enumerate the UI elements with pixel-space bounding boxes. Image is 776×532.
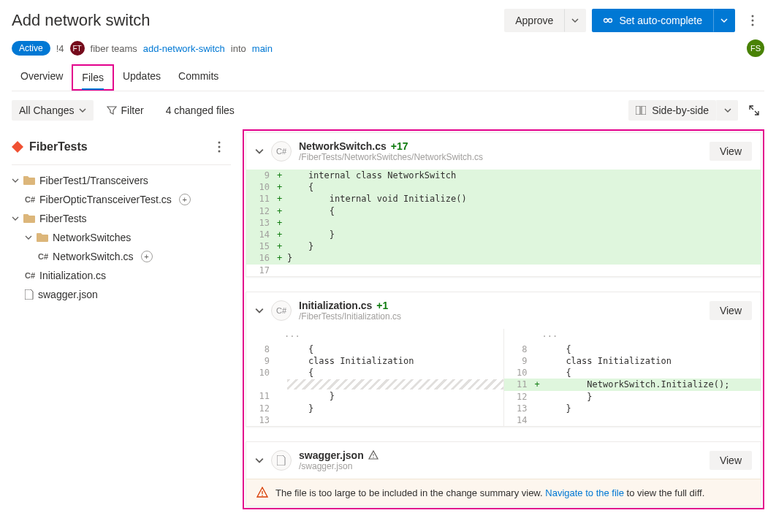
view-file-button[interactable]: View (710, 451, 752, 470)
file-card: C# Initialization.cs +1 /FiberTests/Init… (246, 292, 761, 428)
code-line: 16+} (246, 252, 761, 264)
added-count: +17 (391, 140, 408, 152)
side-by-side-icon (636, 106, 646, 115)
code-line: 9+ internal class NetworkSwitch (246, 170, 761, 181)
svg-point-4 (752, 24, 754, 26)
csharp-icon: C# (38, 252, 48, 261)
view-mode-chevron[interactable] (716, 100, 738, 121)
code-line: 11 } (246, 390, 503, 402)
view-file-button[interactable]: View (710, 301, 752, 320)
folder-icon (23, 213, 35, 224)
approve-dropdown[interactable] (564, 9, 586, 32)
tab-updates[interactable]: Updates (114, 64, 170, 91)
tree-file[interactable]: C# NetworkSwitch.cs + (12, 247, 231, 266)
code-line: 8 { (246, 343, 503, 355)
collapse-file-button[interactable] (255, 456, 264, 465)
set-autocomplete-button[interactable]: Set auto-complete (592, 9, 713, 32)
code-line: 9 class Initialization (504, 355, 761, 367)
skipped-lines (246, 379, 503, 390)
view-mode-label: Side-by-side (652, 104, 709, 116)
file-card: swagger.json /swagger.json View The file… (246, 441, 761, 506)
svg-point-9 (218, 151, 221, 153)
chevron-down-icon (79, 107, 86, 114)
file-icon (25, 289, 34, 300)
more-actions-button[interactable] (741, 9, 764, 32)
target-branch-link[interactable]: main (252, 43, 273, 54)
svg-point-1 (609, 19, 612, 23)
code-line: 9 class Initialization (246, 355, 503, 367)
code-line: 11+ NetworkSwitch.Initialize(); (504, 379, 761, 390)
chevron-down-icon (724, 107, 731, 114)
csharp-icon: C# (25, 271, 35, 280)
all-changes-dropdown[interactable]: All Changes (12, 100, 94, 121)
warning-bar: The file is too large to be included in … (246, 479, 761, 506)
tree-folder[interactable]: NetworkSwitches (12, 228, 231, 247)
warning-icon (368, 450, 379, 460)
svg-point-0 (604, 19, 608, 23)
code-line: 14+ } (246, 229, 761, 240)
added-indicator-icon: + (179, 194, 191, 205)
autocomplete-dropdown[interactable] (713, 9, 735, 32)
into-label: into (231, 43, 246, 54)
team-avatar: FT (70, 41, 85, 56)
warning-text: The file is too large to be included in … (275, 487, 545, 498)
tree-folder[interactable]: FiberTests (12, 209, 231, 228)
svg-point-8 (218, 146, 221, 148)
svg-rect-6 (642, 106, 646, 115)
diff-pane: C# NetworkSwitch.cs +17 /FiberTests/Netw… (243, 129, 764, 509)
tree-label: swagger.json (38, 289, 98, 300)
warning-text: to view the full diff. (624, 487, 704, 498)
navigate-to-file-link[interactable]: Navigate to the file (545, 487, 624, 498)
collapse-file-button[interactable] (255, 147, 264, 156)
hunk-marker: ··· (246, 329, 503, 343)
pr-id: !4 (56, 43, 64, 54)
hunk-marker: ··· (504, 329, 761, 343)
tab-commits[interactable]: Commits (170, 64, 227, 91)
code-line: 12+ { (246, 205, 761, 217)
file-card: C# NetworkSwitch.cs +17 /FiberTests/Netw… (246, 132, 761, 277)
tree-file[interactable]: C# FiberOpticTransceiverTest.cs + (12, 190, 231, 209)
file-path: /FiberTests/NetworkSwitches/NetworkSwitc… (299, 152, 702, 162)
team-name: fiber teams (91, 43, 137, 54)
page-title: Add network switch (12, 11, 151, 30)
source-branch-link[interactable]: add-network-switch (143, 43, 225, 54)
svg-point-11 (373, 457, 373, 457)
tree-label: Initialization.cs (39, 270, 106, 281)
more-vertical-icon (218, 141, 221, 153)
file-badge-icon (271, 450, 292, 471)
collapse-file-button[interactable] (255, 306, 264, 315)
user-avatar[interactable]: FS (747, 39, 764, 57)
view-file-button[interactable]: View (710, 142, 752, 161)
svg-point-2 (752, 15, 754, 18)
tab-overview[interactable]: Overview (12, 64, 72, 91)
folder-icon (37, 232, 48, 243)
svg-rect-5 (636, 106, 640, 115)
code-line: 17 (246, 265, 761, 276)
file-name[interactable]: swagger.json (299, 449, 364, 461)
changed-files-label: 4 changed files (166, 104, 235, 116)
tree-file[interactable]: swagger.json (12, 285, 231, 304)
filter-icon (107, 105, 117, 115)
autocomplete-icon (603, 15, 613, 26)
approve-button[interactable]: Approve (504, 9, 564, 32)
svg-point-13 (262, 495, 263, 496)
code-line: 12 } (246, 403, 503, 414)
code-line: 10 { (246, 367, 503, 379)
file-name[interactable]: Initialization.cs (299, 300, 372, 311)
filter-button[interactable]: Filter (99, 100, 151, 121)
tree-folder[interactable]: FiberTest1/Transceivers (12, 171, 231, 190)
more-vertical-icon (751, 15, 754, 26)
file-path: /FiberTests/Initialization.cs (299, 311, 702, 322)
code-line: 13 (246, 414, 503, 426)
warning-icon (256, 487, 268, 498)
tree-file[interactable]: C# Initialization.cs (12, 266, 231, 285)
view-mode-dropdown[interactable]: Side-by-side (628, 100, 716, 121)
tree-label: FiberOpticTransceiverTest.cs (39, 194, 172, 205)
sidebar-more-button[interactable] (208, 135, 231, 159)
repo-title[interactable]: FiberTests (12, 140, 88, 153)
tab-files[interactable]: Files (72, 64, 114, 91)
tree-label: NetworkSwitch.cs (53, 251, 133, 262)
file-name[interactable]: NetworkSwitch.cs (299, 140, 387, 152)
expand-icon (748, 104, 760, 116)
fullscreen-button[interactable] (744, 100, 764, 121)
